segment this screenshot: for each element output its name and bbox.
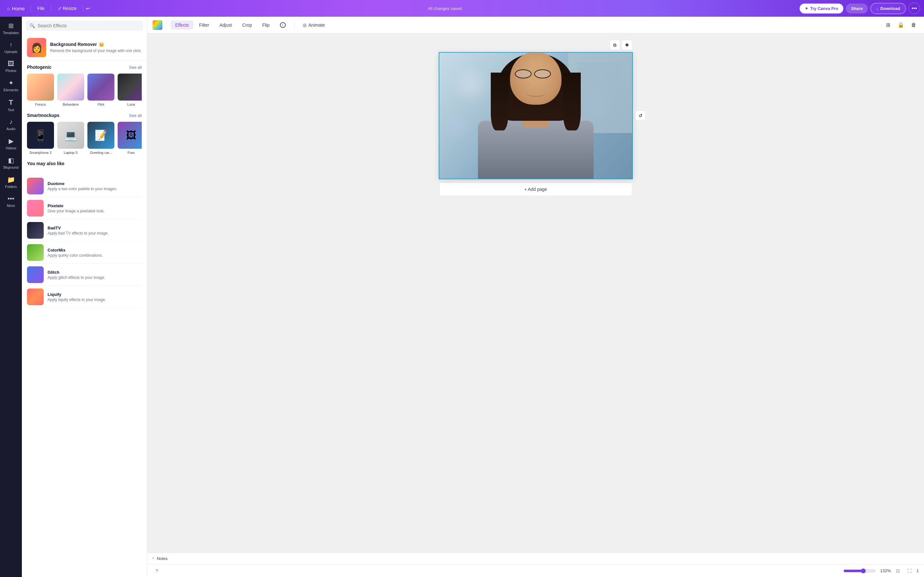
glitch-info: Glitch Apply glitch effects to your imag… [48,270,105,280]
info-toolbar-button[interactable]: i [276,20,290,30]
suggestion-liquify[interactable]: Liquify Apply liquify effects to your im… [27,286,142,308]
sidebar-item-photos[interactable]: 🖼 Photos [1,58,21,75]
undo-button[interactable]: ↩ [86,5,90,11]
bg-remover-item[interactable]: 👩 Background Remover 👑 Remove the backgr… [22,35,147,61]
canva-pro-star-icon: ✦ [805,6,808,11]
templates-icon: ⊞ [8,22,14,29]
liquify-description: Apply liquify effects to your image. [48,298,106,302]
canvas-add-button[interactable]: ✚ [622,40,632,50]
zoom-slider[interactable] [843,568,876,574]
topbar: ⌂ Home File ⤢ Resize ↩ All changes saved… [0,0,924,17]
bg-remover-thumbnail: 👩 [27,38,46,57]
share-button[interactable]: Share [846,3,868,13]
add-page-bar[interactable]: + Add page [439,182,632,196]
photogenic-header: Photogenic See all [27,64,142,70]
search-input-wrap: 🔍 [26,21,143,31]
smartmockups-title: Smartmockups [27,113,60,118]
download-button[interactable]: ↓ Download [870,3,906,14]
you-may-also-like-section: You may also like [22,157,147,172]
sidebar-item-videos[interactable]: ▶ Videos [1,135,21,153]
mockup-fran[interactable]: 🖼 Fran [118,122,142,155]
sidebar-item-more[interactable]: ••• More [1,192,21,210]
person-container [475,53,597,179]
effects-toolbar-button[interactable]: Effects [171,21,194,29]
belvedere-label: Belvedere [63,103,79,106]
effect-luna[interactable]: Luna [118,74,142,106]
home-label: Home [12,6,25,11]
effect-fresco[interactable]: Fresco [27,74,54,106]
liquify-name: Liquify [48,292,106,297]
bkground-icon: ◧ [8,156,14,164]
smartmockups-grid: 📱 Smartphone 2 💻 Laptop 5 📝 Greeting car… [27,122,142,155]
face-shape [510,53,561,105]
canvas-copy-button[interactable]: ⧉ [610,40,620,50]
suggestion-badtv[interactable]: BadTV Apply bad TV effects to your image… [27,219,142,242]
fullscreen-button[interactable]: ⛶ [905,566,914,575]
greeting-card-thumbnail: 📝 [87,122,114,149]
ellipsis-icon: ••• [912,5,917,11]
liquify-info: Liquify Apply liquify effects to your im… [48,292,106,302]
videos-icon: ▶ [9,137,13,145]
search-input[interactable] [38,23,139,28]
suggestion-glitch[interactable]: Glitch Apply glitch effects to your imag… [27,264,142,286]
smartphone2-thumbnail: 📱 [27,122,54,149]
file-button[interactable]: File [34,4,48,13]
grid-view-button[interactable]: ⊞ [883,20,893,30]
mockup-smartphone2[interactable]: 📱 Smartphone 2 [27,122,54,155]
canvas-refresh-button[interactable]: ↺ [635,111,646,121]
sidebar-item-elements[interactable]: ✦ Elements [1,76,21,95]
flip-toolbar-button[interactable]: Flip [258,21,274,29]
photos-icon: 🖼 [8,60,14,68]
flint-thumbnail [87,74,114,101]
filter-toolbar-button[interactable]: Filter [195,21,214,29]
mockup-greeting-card[interactable]: 📝 Greeting car... [87,122,114,155]
topbar-left: ⌂ Home File ⤢ Resize ↩ [4,4,90,13]
color-swatch[interactable] [152,20,163,30]
folders-icon: 📁 [7,176,15,184]
effects-panel: 🔍 👩 Background Remover 👑 Remove the back… [22,17,147,577]
photogenic-title: Photogenic [27,64,52,70]
suggestion-colormix[interactable]: ColorMix Apply quirky color combinations… [27,242,142,264]
photogenic-see-all[interactable]: See all [129,65,142,70]
sidebar-item-label: Photos [5,69,16,73]
crop-toolbar-button[interactable]: Crop [238,21,256,29]
photogenic-grid: Fresco Belvedere Flint Luna › [27,74,142,106]
crown-icon: 👑 [99,42,104,47]
right-hair [563,73,581,131]
resize-button[interactable]: ⤢ Resize [54,4,81,13]
adjust-toolbar-button[interactable]: Adjust [215,21,237,29]
sidebar-item-label: Audio [6,127,15,131]
glitch-thumbnail [27,266,44,283]
effect-flint[interactable]: Flint [87,74,114,106]
delete-button[interactable]: 🗑 [909,20,919,30]
fran-thumbnail: 🖼 [118,122,142,149]
suggestion-pixelate[interactable]: Pixelate Give your image a pixelated loo… [27,197,142,219]
animate-toolbar-button[interactable]: ◎ Animate [298,21,329,29]
sidebar-item-uploads[interactable]: ↑ Uploads [1,39,21,56]
help-button[interactable]: ? [152,566,161,575]
more-options-button[interactable]: ••• [909,3,920,14]
sidebar-item-text[interactable]: T Text [1,96,21,114]
effect-belvedere[interactable]: Belvedere [57,74,84,106]
canvas-frame[interactable] [439,53,632,179]
lock-button[interactable]: 🔒 [896,20,906,30]
smartmockups-see-all[interactable]: See all [129,113,142,118]
sidebar-item-bkground[interactable]: ◧ Bkground [1,154,21,172]
text-icon: T [9,98,13,107]
trash-icon: 🗑 [911,22,916,28]
suggestion-duotone[interactable]: Duotone Apply a two-color palette to you… [27,175,142,197]
left-lens [515,69,532,78]
notes-bar: ^ Notes [147,553,924,564]
sidebar-item-audio[interactable]: ♪ Audio [1,116,21,133]
notes-label: Notes [157,556,168,561]
fit-page-button[interactable]: ⊡ [893,566,903,575]
sidebar-item-templates[interactable]: ⊞ Templates [1,19,21,37]
sidebar-item-label: More [7,204,15,208]
sidebar-item-folders[interactable]: 📁 Folders [1,173,21,191]
notes-chevron-icon[interactable]: ^ [152,556,154,561]
sidebar-item-label: Videos [5,146,16,150]
try-canva-pro-button[interactable]: ✦ Try Canva Pro [800,3,843,13]
mockup-laptop5[interactable]: 💻 Laptop 5 [57,122,84,155]
main-area: ⊞ Templates ↑ Uploads 🖼 Photos ✦ Element… [0,17,924,577]
home-button[interactable]: ⌂ Home [4,4,28,13]
